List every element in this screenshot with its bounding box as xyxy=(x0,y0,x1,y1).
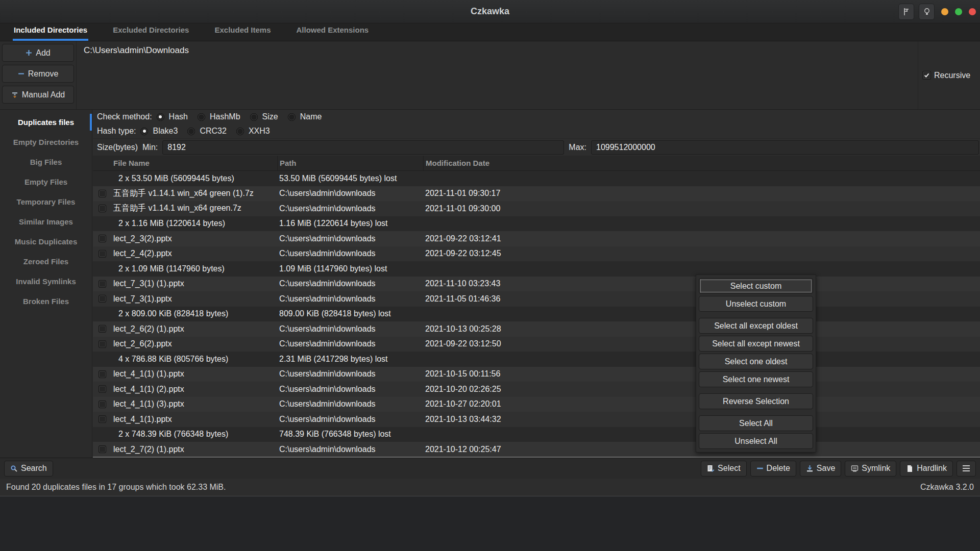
row-checkbox[interactable] xyxy=(99,325,106,333)
sidebar-item-big-files[interactable]: Big Files xyxy=(0,152,92,172)
duplicate-file-row[interactable]: lect_4_1(1) (3).pptx C:\users\admin\down… xyxy=(93,397,980,412)
sidebar-item-temporary-files[interactable]: Temporary Files xyxy=(0,192,92,212)
hamburger-menu-button[interactable] xyxy=(957,461,976,477)
radio-xxh3[interactable] xyxy=(236,128,244,135)
popup-select-all-except-newest-button[interactable]: Select all except newest xyxy=(699,336,813,352)
add-directory-button[interactable]: Add xyxy=(2,44,74,62)
duplicate-file-row[interactable]: lect_4_1(1).pptx C:\users\admin\download… xyxy=(93,412,980,427)
row-checkbox[interactable] xyxy=(99,235,106,242)
popup-select-all-except-oldest-button[interactable]: Select all except oldest xyxy=(699,318,813,334)
hardlink-button[interactable]: Hardlink xyxy=(900,461,953,477)
radio-name[interactable] xyxy=(288,113,296,121)
header-path[interactable]: Path xyxy=(277,156,423,170)
radio-name-label[interactable]: Name xyxy=(300,112,322,121)
file-name-cell: 五音助手 v1.14.1 win_x64 green (1).7z xyxy=(111,188,277,199)
duplicate-file-row[interactable]: lect_2_4(2).pptx C:\users\admin\download… xyxy=(93,246,980,262)
duplicate-file-row[interactable]: lect_7_3(1) (1).pptx C:\users\admin\down… xyxy=(93,277,980,292)
symlink-button[interactable]: Symlink xyxy=(845,461,896,477)
row-checkbox[interactable] xyxy=(99,340,106,348)
row-checkbox[interactable] xyxy=(99,415,106,423)
select-button[interactable]: Select xyxy=(701,461,746,477)
duplicate-group-row[interactable]: 2 x 1.16 MiB (1220614 bytes) 1.16 MiB (1… xyxy=(93,216,980,232)
sidebar-item-broken-files[interactable]: Broken Files xyxy=(0,291,92,311)
duplicate-group-row[interactable]: 2 x 53.50 MiB (56099445 bytes) 53.50 MiB… xyxy=(93,171,980,186)
row-checkbox[interactable] xyxy=(99,295,106,303)
duplicate-file-row[interactable]: lect_2_6(2).pptx C:\users\admin\download… xyxy=(93,337,980,352)
min-size-input[interactable] xyxy=(162,140,564,155)
row-checkbox[interactable] xyxy=(99,385,106,393)
row-checkbox[interactable] xyxy=(99,190,106,197)
sidebar-item-duplicates-files[interactable]: Duplicates files xyxy=(0,112,92,132)
radio-hash[interactable] xyxy=(157,113,164,121)
file-path-cell: C:\users\admin\downloads xyxy=(277,324,423,334)
header-modification-date[interactable]: Modification Date xyxy=(423,156,980,170)
file-path-cell: C:\users\admin\downloads xyxy=(277,399,423,409)
duplicates-table: File Name Path Modification Date 2 x 53.… xyxy=(93,156,980,458)
radio-size-label[interactable]: Size xyxy=(262,112,278,121)
tab-included-directories[interactable]: Included Directories xyxy=(13,26,88,41)
save-button[interactable]: Save xyxy=(800,461,841,477)
tab-excluded-items[interactable]: Excluded Items xyxy=(213,26,272,41)
row-checkbox[interactable] xyxy=(99,280,106,288)
radio-xxh3-label[interactable]: XXH3 xyxy=(249,127,270,136)
popup-unselect-all-button[interactable]: Unselect All xyxy=(699,433,813,449)
duplicate-file-row[interactable]: lect_4_1(1) (2).pptx C:\users\admin\down… xyxy=(93,382,980,397)
duplicate-file-row[interactable]: lect_2_7(2) (1).pptx C:\users\admin\down… xyxy=(93,442,980,457)
radio-blake3-label[interactable]: Blake3 xyxy=(153,127,178,136)
radio-hashmb-label[interactable]: HashMb xyxy=(210,112,240,121)
row-checkbox[interactable] xyxy=(99,370,106,378)
settings-button[interactable] xyxy=(898,4,914,20)
max-size-input[interactable] xyxy=(591,140,979,155)
sidebar-item-music-duplicates[interactable]: Music Duplicates xyxy=(0,232,92,252)
duplicate-file-row[interactable]: lect_4_1(1) (1).pptx C:\users\admin\down… xyxy=(93,367,980,382)
file-date-cell: 2021-11-01 09:30:17 xyxy=(423,189,980,198)
row-checkbox[interactable] xyxy=(99,400,106,408)
popup-select-all-button[interactable]: Select All xyxy=(699,415,813,431)
sidebar-item-empty-files[interactable]: Empty Files xyxy=(0,172,92,192)
duplicate-file-row[interactable]: lect_2_6(2) (1).pptx C:\users\admin\down… xyxy=(93,321,980,337)
remove-directory-button[interactable]: Remove xyxy=(2,65,74,83)
tab-allowed-extensions[interactable]: Allowed Extensions xyxy=(296,26,370,41)
sidebar-item-similar-images[interactable]: Similar Images xyxy=(0,212,92,232)
duplicate-group-row[interactable]: 2 x 809.00 KiB (828418 bytes) 809.00 KiB… xyxy=(93,307,980,322)
tab-excluded-directories[interactable]: Excluded Directories xyxy=(112,26,190,41)
radio-hashmb[interactable] xyxy=(198,113,205,121)
header-file-name[interactable]: File Name xyxy=(111,156,277,170)
duplicate-file-row[interactable]: 五音助手 v1.14.1 win_x64 green.7z C:\users\a… xyxy=(93,201,980,216)
radio-crc32-label[interactable]: CRC32 xyxy=(200,127,226,136)
close-button[interactable] xyxy=(969,8,976,15)
about-button[interactable] xyxy=(919,4,935,20)
radio-size[interactable] xyxy=(250,113,258,121)
duplicate-group-row[interactable]: 2 x 748.39 KiB (766348 bytes) 748.39 KiB… xyxy=(93,427,980,442)
directory-path-item[interactable]: C:\Users\admin\Downloads xyxy=(84,45,911,56)
duplicate-group-row[interactable]: 2 x 1.09 MiB (1147960 bytes) 1.09 MiB (1… xyxy=(93,261,980,277)
duplicate-group-row[interactable]: 4 x 786.88 KiB (805766 bytes) 2.31 MiB (… xyxy=(93,352,980,367)
sidebar-item-empty-directories[interactable]: Empty Directories xyxy=(0,132,92,152)
included-directories-list[interactable]: C:\Users\admin\Downloads xyxy=(77,41,918,109)
row-checkbox[interactable] xyxy=(99,205,106,212)
row-checkbox[interactable] xyxy=(99,445,106,453)
popup-reverse-selection-button[interactable]: Reverse Selection xyxy=(699,393,813,409)
popup-select-one-newest-button[interactable]: Select one newest xyxy=(699,371,813,387)
maximize-button[interactable] xyxy=(955,8,962,15)
manual-add-button[interactable]: Manual Add xyxy=(2,86,74,104)
radio-hash-label[interactable]: Hash xyxy=(169,112,188,121)
file-name-cell: lect_2_3(2).pptx xyxy=(111,234,277,243)
radio-blake3[interactable] xyxy=(140,128,148,135)
minimize-button[interactable] xyxy=(941,8,948,15)
popup-unselect-custom-button[interactable]: Unselect custom xyxy=(699,296,813,312)
popup-select-one-oldest-button[interactable]: Select one oldest xyxy=(699,354,813,369)
duplicate-file-row[interactable]: 五音助手 v1.14.1 win_x64 green (1).7z C:\use… xyxy=(93,186,980,202)
popup-select-custom-button[interactable]: Select custom xyxy=(699,278,813,294)
row-checkbox[interactable] xyxy=(99,250,106,258)
radio-crc32[interactable] xyxy=(187,128,195,135)
duplicate-file-row[interactable]: lect_2_3(2).pptx C:\users\admin\download… xyxy=(93,231,980,246)
recursive-checkbox[interactable] xyxy=(922,71,931,80)
sidebar-item-zeroed-files[interactable]: Zeroed Files xyxy=(0,252,92,271)
sidebar-item-invalid-symlinks[interactable]: Invalid Symlinks xyxy=(0,271,92,291)
title-bar: Czkawka xyxy=(0,0,980,23)
duplicate-file-row[interactable]: lect_7_3(1).pptx C:\users\admin\download… xyxy=(93,291,980,307)
manual-add-icon xyxy=(11,91,18,98)
search-button[interactable]: Search xyxy=(4,461,53,477)
delete-button[interactable]: Delete xyxy=(750,461,796,477)
